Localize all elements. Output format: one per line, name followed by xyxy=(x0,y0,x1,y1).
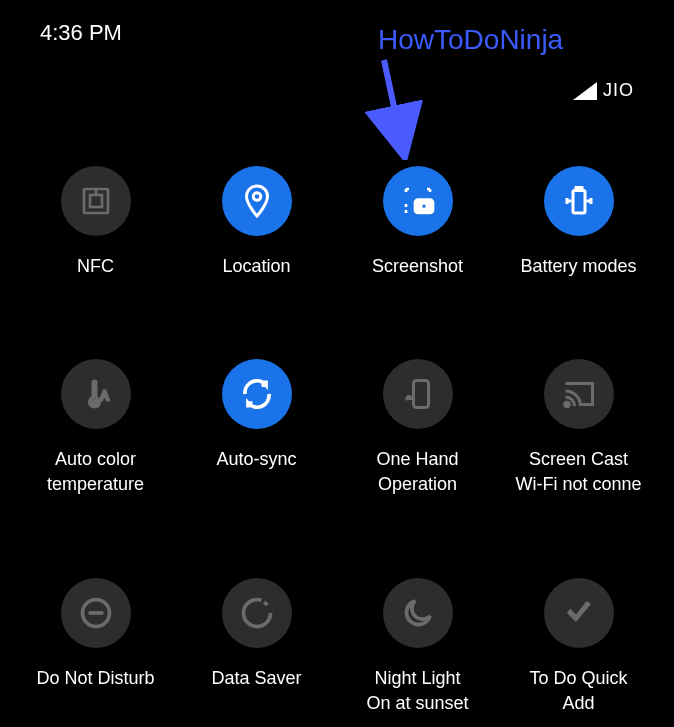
svg-point-5 xyxy=(253,193,261,201)
tile-label: Auto color temperature xyxy=(47,447,144,497)
tile-label: Do Not Disturb xyxy=(36,666,154,691)
tile-data-saver[interactable]: Data Saver xyxy=(181,578,332,716)
location-icon xyxy=(222,166,292,236)
tile-label: Data Saver xyxy=(211,666,301,691)
tile-battery-modes[interactable]: Battery modes xyxy=(503,166,654,279)
svg-text:A: A xyxy=(100,389,108,403)
quick-settings-grid: NFC Location Screenshot xyxy=(0,56,674,727)
carrier-label: JIO xyxy=(603,80,634,101)
status-bar: 4:36 PM xyxy=(0,0,674,56)
svg-rect-3 xyxy=(90,195,102,207)
dnd-icon xyxy=(61,578,131,648)
tile-do-not-disturb[interactable]: Do Not Disturb xyxy=(20,578,171,716)
status-time: 4:36 PM xyxy=(40,20,122,46)
signal-icon xyxy=(573,82,597,100)
sync-icon xyxy=(222,359,292,429)
tile-screenshot[interactable]: Screenshot xyxy=(342,166,493,279)
check-icon xyxy=(544,578,614,648)
screenshot-icon xyxy=(383,166,453,236)
tile-auto-sync[interactable]: Auto-sync xyxy=(181,359,332,497)
tile-one-hand-operation[interactable]: One Hand Operation xyxy=(342,359,493,497)
status-right: JIO xyxy=(573,80,634,101)
svg-rect-9 xyxy=(576,188,582,191)
tile-label: Night Light On at sunset xyxy=(366,666,468,716)
tile-label: Battery modes xyxy=(520,254,636,279)
tile-label: Location xyxy=(222,254,290,279)
tile-label: To Do Quick Add xyxy=(529,666,627,716)
svg-point-7 xyxy=(421,203,427,209)
tile-label: NFC xyxy=(77,254,114,279)
nfc-icon xyxy=(61,166,131,236)
tile-screen-cast[interactable]: Screen Cast Wi-Fi not conne xyxy=(503,359,654,497)
moon-icon xyxy=(383,578,453,648)
tile-night-light[interactable]: Night Light On at sunset xyxy=(342,578,493,716)
tile-label: Screen Cast Wi-Fi not conne xyxy=(515,447,641,497)
svg-rect-8 xyxy=(573,191,585,214)
tile-auto-color-temperature[interactable]: A Auto color temperature xyxy=(20,359,171,497)
battery-icon xyxy=(544,166,614,236)
tile-label: One Hand Operation xyxy=(376,447,458,497)
one-hand-icon xyxy=(383,359,453,429)
tile-todo-quick-add[interactable]: To Do Quick Add xyxy=(503,578,654,716)
svg-point-13 xyxy=(564,402,569,407)
thermometer-icon: A xyxy=(61,359,131,429)
cast-icon xyxy=(544,359,614,429)
svg-rect-12 xyxy=(413,381,428,408)
annotation-text: HowToDoNinja xyxy=(378,24,563,56)
data-saver-icon xyxy=(222,578,292,648)
svg-point-10 xyxy=(91,400,97,406)
tile-nfc[interactable]: NFC xyxy=(20,166,171,279)
tile-label: Screenshot xyxy=(372,254,463,279)
tile-label: Auto-sync xyxy=(216,447,296,472)
tile-location[interactable]: Location xyxy=(181,166,332,279)
